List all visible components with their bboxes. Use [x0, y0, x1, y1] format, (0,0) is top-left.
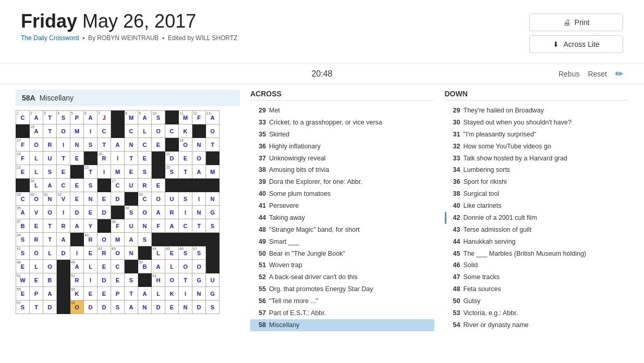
cell-13-11[interactable]: K: [165, 287, 179, 301]
cell-8-5[interactable]: Y: [84, 219, 98, 233]
cell-1-0[interactable]: [16, 124, 30, 138]
cell-5-12[interactable]: [179, 179, 192, 192]
cell-1-1[interactable]: 15A: [30, 124, 43, 138]
cell-9-4[interactable]: [70, 233, 84, 246]
cell-8-10[interactable]: F: [152, 219, 165, 233]
cell-6-7[interactable]: D: [111, 192, 125, 206]
cell-11-6[interactable]: E: [98, 260, 111, 273]
cell-13-4[interactable]: 56K: [70, 287, 84, 301]
cell-11-3[interactable]: [57, 260, 70, 273]
cell-13-2[interactable]: A: [43, 287, 57, 301]
cell-13-5[interactable]: E: [84, 287, 98, 301]
cell-14-4[interactable]: 58O: [70, 301, 84, 314]
down-clue-54[interactable]: 54River or dynasty name: [445, 319, 629, 331]
cell-6-13[interactable]: I: [192, 192, 206, 206]
cell-12-1[interactable]: E: [30, 273, 43, 287]
cell-7-13[interactable]: N: [192, 206, 206, 219]
cell-0-11[interactable]: [165, 111, 179, 124]
cell-9-13[interactable]: [192, 233, 206, 246]
cell-4-11[interactable]: 25S: [165, 165, 179, 179]
down-clue-31[interactable]: 31"I'm pleasantly surprised": [445, 129, 629, 141]
cell-14-1[interactable]: T: [30, 301, 43, 314]
cell-8-1[interactable]: E: [30, 219, 43, 233]
cell-0-10[interactable]: 10S: [152, 111, 165, 124]
across-clue-55[interactable]: 55Org. that promotes Energy Star Day: [250, 283, 434, 295]
meta-link[interactable]: The Daily Crossword: [21, 34, 79, 42]
cell-13-3[interactable]: [57, 287, 70, 301]
cell-8-13[interactable]: T: [192, 219, 206, 233]
across-clue-50[interactable]: 50Bear in "The Jungle Book": [250, 248, 434, 260]
across-clue-41[interactable]: 41Persevere: [250, 200, 434, 212]
cell-3-14[interactable]: [206, 152, 220, 165]
cell-1-9[interactable]: L: [138, 124, 152, 138]
cell-8-8[interactable]: U: [125, 219, 138, 233]
down-clue-29[interactable]: 29They're hailed on Broadway: [445, 105, 629, 117]
cell-14-12[interactable]: N: [179, 301, 192, 314]
cell-5-3[interactable]: C: [57, 179, 70, 192]
cell-8-11[interactable]: A: [165, 219, 179, 233]
cell-6-2[interactable]: 31N: [43, 192, 57, 206]
cell-3-5[interactable]: [84, 152, 98, 165]
cell-7-1[interactable]: V: [30, 206, 43, 219]
cell-10-13[interactable]: 47S: [192, 246, 206, 260]
cell-6-0[interactable]: 29C: [16, 192, 30, 206]
cell-9-9[interactable]: S: [138, 233, 152, 246]
crossword-grid[interactable]: 1C2A3T4S5P6A7J8M9A10S11M12F13A15ATOMICCL…: [16, 110, 220, 314]
cell-10-1[interactable]: O: [30, 246, 43, 260]
cell-1-8[interactable]: C: [125, 124, 138, 138]
cell-7-5[interactable]: E: [84, 206, 98, 219]
cell-5-0[interactable]: [16, 179, 30, 192]
cell-4-4[interactable]: [70, 165, 84, 179]
cell-4-10[interactable]: [152, 165, 165, 179]
cell-10-9[interactable]: [138, 246, 152, 260]
cell-8-4[interactable]: A: [70, 219, 84, 233]
cell-1-6[interactable]: C: [98, 124, 111, 138]
cell-3-10[interactable]: [152, 152, 165, 165]
cell-5-2[interactable]: A: [43, 179, 57, 192]
down-clue-36[interactable]: 36Sport for rikishi: [445, 176, 629, 188]
cell-12-14[interactable]: U: [206, 273, 220, 287]
cell-5-1[interactable]: 26L: [30, 179, 43, 192]
cell-0-4[interactable]: 5P: [70, 111, 84, 124]
cell-5-8[interactable]: U: [125, 179, 138, 192]
cell-2-7[interactable]: A: [111, 138, 125, 152]
cell-14-7[interactable]: S: [111, 301, 125, 314]
cell-1-3[interactable]: O: [57, 124, 70, 138]
cell-10-4[interactable]: I: [70, 246, 84, 260]
cell-10-8[interactable]: N: [125, 246, 138, 260]
cell-3-7[interactable]: I: [111, 152, 125, 165]
cell-8-2[interactable]: T: [43, 219, 57, 233]
down-clue-53[interactable]: 53Victoria, e.g.: Abbr.: [445, 307, 629, 319]
cell-1-11[interactable]: C: [165, 124, 179, 138]
cell-10-7[interactable]: 43O: [111, 246, 125, 260]
cell-9-5[interactable]: 40R: [84, 233, 98, 246]
cell-5-6[interactable]: [98, 179, 111, 192]
cell-14-9[interactable]: N: [138, 301, 152, 314]
down-clue-43[interactable]: 43Terse admission of guilt: [445, 224, 629, 236]
cell-1-4[interactable]: M: [70, 124, 84, 138]
cell-3-11[interactable]: 21D: [165, 152, 179, 165]
cell-2-13[interactable]: N: [192, 138, 206, 152]
cell-7-4[interactable]: D: [70, 206, 84, 219]
cell-4-6[interactable]: I: [98, 165, 111, 179]
cell-14-13[interactable]: D: [192, 301, 206, 314]
cell-13-10[interactable]: L: [152, 287, 165, 301]
cell-3-9[interactable]: E: [138, 152, 152, 165]
cell-2-12[interactable]: 18O: [179, 138, 192, 152]
cell-12-7[interactable]: E: [111, 273, 125, 287]
cell-11-8[interactable]: [125, 260, 138, 273]
cell-14-6[interactable]: D: [98, 301, 111, 314]
cell-0-6[interactable]: 7J: [98, 111, 111, 124]
cell-10-14[interactable]: [206, 246, 220, 260]
cell-14-8[interactable]: A: [125, 301, 138, 314]
across-lite-button[interactable]: ⬇ Across Lite: [529, 35, 623, 53]
cell-0-5[interactable]: 6A: [84, 111, 98, 124]
cell-7-0[interactable]: 35A: [16, 206, 30, 219]
cell-0-7[interactable]: [111, 111, 125, 124]
cell-7-11[interactable]: R: [165, 206, 179, 219]
cell-1-14[interactable]: O: [206, 124, 220, 138]
cell-1-13[interactable]: [192, 124, 206, 138]
cell-2-3[interactable]: I: [57, 138, 70, 152]
cell-11-14[interactable]: [206, 260, 220, 273]
down-clue-44[interactable]: 44Hanukkah serving: [445, 236, 629, 248]
